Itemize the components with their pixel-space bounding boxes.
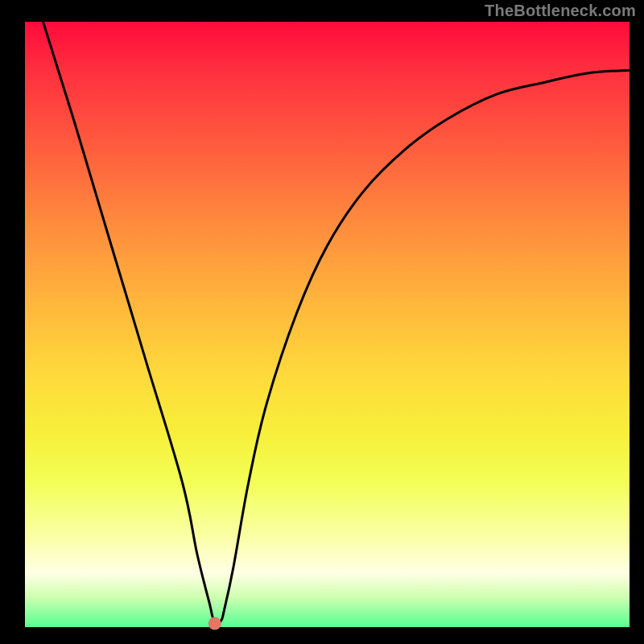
- optimal-marker: [208, 617, 221, 630]
- curve-svg: [0, 0, 644, 644]
- bottleneck-curve: [43, 22, 630, 623]
- chart-frame: TheBottleneck.com: [0, 0, 644, 644]
- attribution-text: TheBottleneck.com: [485, 2, 636, 20]
